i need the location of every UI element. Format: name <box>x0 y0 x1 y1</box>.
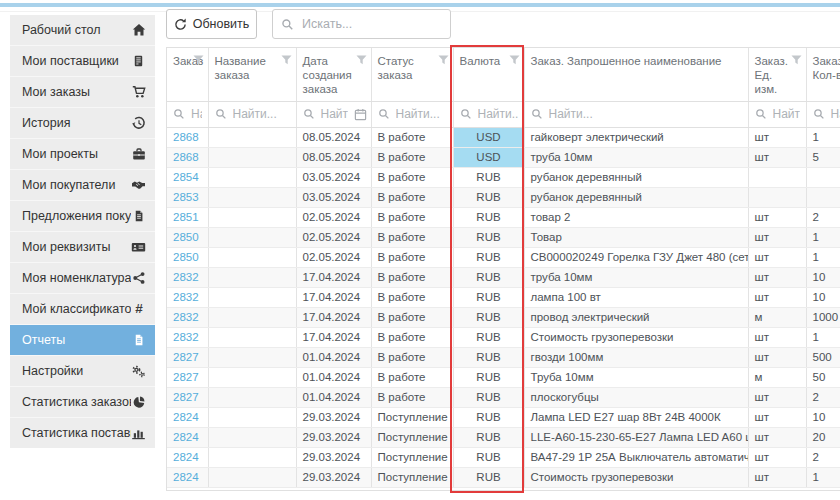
column-header-currency[interactable]: Валюта <box>453 48 524 101</box>
cell-date: 01.04.2024 <box>296 367 371 387</box>
filter-funnel-icon[interactable] <box>356 55 367 65</box>
cell-date: 01.04.2024 <box>296 387 371 407</box>
column-header-order[interactable]: Заказ <box>167 48 208 101</box>
sidebar-item-my-suppliers[interactable]: Мои поставщики <box>10 46 155 77</box>
order-row: 282429.03.2024ПоступлениеRUBЛампа LED E2… <box>167 407 840 427</box>
cell-qty: 10 <box>806 287 840 307</box>
refresh-button-label: Обновить <box>193 17 250 31</box>
order-row: 285102.05.2024В работеRUBтовар 2шт2 <box>167 207 840 227</box>
column-header-product[interactable]: Заказ. Запрошенное наименование <box>524 48 748 101</box>
search-input[interactable] <box>300 16 442 32</box>
supplier-book-icon <box>131 54 146 69</box>
sidebar-item-order-statistics[interactable]: Статистика заказов <box>10 387 155 418</box>
cell-status: В работе <box>371 227 453 247</box>
order-link[interactable]: 2868 <box>173 151 199 163</box>
sidebar-item-history[interactable]: История <box>10 108 155 139</box>
filter-input-name[interactable] <box>231 106 292 122</box>
cell-order: 2827 <box>167 367 208 387</box>
filter-funnel-icon[interactable] <box>193 55 204 65</box>
cell-name <box>208 387 296 407</box>
order-link[interactable]: 2832 <box>173 311 199 323</box>
sidebar-item-settings[interactable]: Настройки <box>10 356 155 387</box>
order-link[interactable]: 2824 <box>173 451 199 463</box>
refresh-button[interactable]: Обновить <box>166 9 257 39</box>
sidebar-item-desktop[interactable]: Рабочий стол <box>10 15 155 46</box>
column-header-qty[interactable]: Заказ. Кол-во <box>806 48 840 101</box>
cell-currency: RUB <box>453 367 524 387</box>
cell-qty <box>806 167 840 187</box>
sidebar-item-label: Отчеты <box>22 333 131 347</box>
filter-input-currency[interactable] <box>476 106 520 122</box>
sidebar-item-my-orders[interactable]: Мои заказы <box>10 77 155 108</box>
column-header-date[interactable]: Дата создания заказа <box>296 48 371 101</box>
sidebar-item-my-requisites[interactable]: Мои реквизиты <box>10 232 155 263</box>
order-link[interactable]: 2850 <box>173 231 199 243</box>
filter-input-qty[interactable] <box>829 106 840 122</box>
cell-product: труба 10мм <box>524 147 748 167</box>
order-link[interactable]: 2850 <box>173 251 199 263</box>
order-link[interactable]: 2851 <box>173 211 199 223</box>
sidebar-item-label: Предложения покуп... <box>22 209 131 223</box>
cell-status: Поступление <box>371 427 453 447</box>
cell-currency: RUB <box>453 207 524 227</box>
sidebar-item-label: Мои проекты <box>22 147 131 161</box>
filter-input-unit[interactable] <box>771 106 802 122</box>
sidebar-item-my-classifier[interactable]: Мой классификатор# <box>10 294 155 325</box>
filter-funnel-icon[interactable] <box>281 55 292 65</box>
column-header-unit[interactable]: Заказ. Ед. изм. <box>748 48 806 101</box>
sidebar-item-buyer-proposals[interactable]: Предложения покуп... <box>10 201 155 232</box>
column-header-status[interactable]: Статус заказа <box>371 48 453 101</box>
cell-currency: RUB <box>453 167 524 187</box>
cell-date: 29.03.2024 <box>296 407 371 427</box>
order-link[interactable]: 2832 <box>173 291 199 303</box>
cell-status: Поступление <box>371 467 453 487</box>
order-link[interactable]: 2827 <box>173 391 199 403</box>
column-header-label: Статус заказа <box>378 55 414 81</box>
cell-qty: 1000 <box>806 307 840 327</box>
sidebar-item-label: История <box>22 116 131 130</box>
order-link[interactable]: 2832 <box>173 331 199 343</box>
sidebar-item-my-projects[interactable]: Мои проекты <box>10 139 155 170</box>
order-link[interactable]: 2868 <box>173 131 199 143</box>
cell-product: LLE-A60-15-230-65-E27 Лампа LED A60 шар … <box>524 427 748 447</box>
order-link[interactable]: 2827 <box>173 351 199 363</box>
filter-input-status[interactable] <box>394 106 449 122</box>
cell-product: Труба 10мм <box>524 367 748 387</box>
filter-input-order[interactable] <box>189 106 204 122</box>
cell-qty: 500 <box>806 347 840 367</box>
filter-cell-unit <box>748 101 806 127</box>
search-icon <box>755 108 767 120</box>
filter-funnel-icon[interactable] <box>791 55 802 65</box>
filter-funnel-icon[interactable] <box>438 55 449 65</box>
cell-name <box>208 207 296 227</box>
order-link[interactable]: 2832 <box>173 271 199 283</box>
calendar-icon[interactable] <box>354 108 367 121</box>
cell-product: Товар <box>524 227 748 247</box>
proposal-doc-icon <box>131 209 146 224</box>
cell-order: 2824 <box>167 427 208 447</box>
filter-input-date[interactable] <box>319 106 350 122</box>
order-link[interactable]: 2824 <box>173 431 199 443</box>
order-link[interactable]: 2853 <box>173 191 199 203</box>
cell-status: В работе <box>371 307 453 327</box>
order-link[interactable]: 2824 <box>173 411 199 423</box>
sidebar-item-my-nomenclature[interactable]: Моя номенклатура <box>10 263 155 294</box>
cell-qty <box>806 187 840 207</box>
column-header-name[interactable]: Название заказа <box>208 48 296 101</box>
order-link[interactable]: 2824 <box>173 471 199 483</box>
sidebar-item-reports[interactable]: Отчеты <box>10 325 155 356</box>
cell-date: 17.04.2024 <box>296 307 371 327</box>
sidebar: Рабочий столМои поставщикиМои заказыИсто… <box>10 15 155 448</box>
order-row: 286808.05.2024В работеUSDтруба 10ммшт5 <box>167 147 840 167</box>
order-link[interactable]: 2854 <box>173 171 199 183</box>
sidebar-item-supplier-statistics[interactable]: Статистика поставщ... <box>10 418 155 448</box>
filter-input-product[interactable] <box>547 106 744 122</box>
search-icon <box>303 108 315 120</box>
filter-funnel-icon[interactable] <box>509 55 520 65</box>
cell-currency: RUB <box>453 407 524 427</box>
order-link[interactable]: 2827 <box>173 371 199 383</box>
cell-status: В работе <box>371 207 453 227</box>
sidebar-item-my-buyers[interactable]: Мои покупатели <box>10 170 155 201</box>
cell-order: 2851 <box>167 207 208 227</box>
cell-qty: 1 <box>806 327 840 347</box>
